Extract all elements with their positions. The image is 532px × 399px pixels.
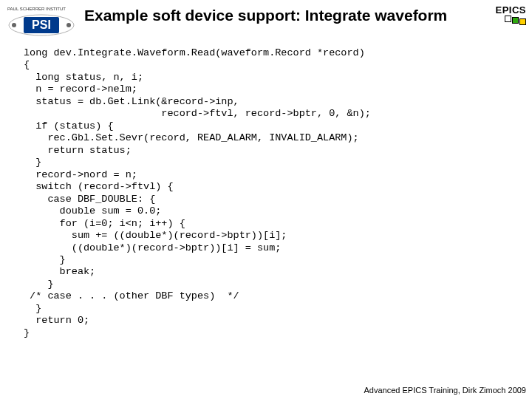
epics-label: EPICS (495, 4, 526, 16)
epics-badge: EPICS (495, 4, 526, 24)
psi-logo: PAUL SCHERRER INSTITUT PSI (6, 4, 77, 38)
epics-squares-icon (495, 17, 526, 24)
code-block: long dev.Integrate.Waveform.Read(wavefor… (0, 41, 532, 339)
logo-top-text: PAUL SCHERRER INSTITUT (7, 7, 66, 11)
logo-block-text: PSI (32, 18, 51, 31)
svg-point-1 (12, 23, 16, 27)
slide-footer: Advanced EPICS Training, Dirk Zimoch 200… (364, 386, 527, 395)
slide-header: PAUL SCHERRER INSTITUT PSI Example soft … (0, 0, 532, 41)
slide-title: Example soft device support: Integrate w… (84, 4, 495, 24)
svg-point-2 (66, 23, 71, 27)
